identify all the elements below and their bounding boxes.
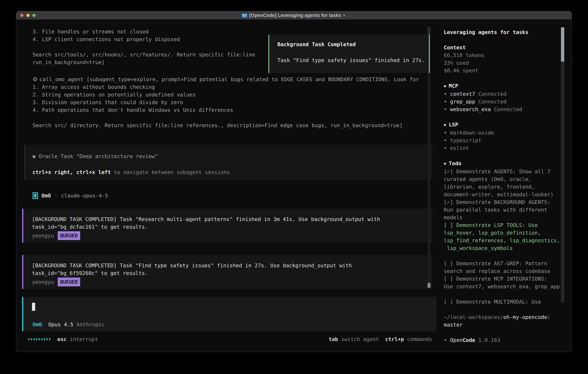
window-title-text: [OpenCode] Leveraging agents for tasks [249,13,341,18]
mcp-status: Connected [475,91,506,97]
task-result-line: task_id="bg_dcfac161" to get results. [32,223,432,231]
workspace-branch: master [444,321,571,329]
context-used: 33% used [444,59,571,67]
context-spent: $0.46 spent [444,67,571,74]
sidebar-scrollbar-track[interactable] [561,27,564,303]
todo-item-done: [✓] Demonstrate AGENTS: Show all 7 curat… [444,168,571,198]
todo-item-pending: [ ] Demonstrate MULTIMODAL: Use [444,298,571,306]
scrollback-line: 3. File handles or streams not closed [32,28,255,35]
separator-dot: · [54,192,58,199]
agent-header: OmO · claude-opus-4-5 [32,192,108,199]
active-agent-label: OmO [32,321,42,328]
tab-key-hint: tab [329,335,338,343]
oracle-hint: ctrl+x right, ctrl+x left to navigate be… [32,168,432,176]
titlebar: [OpenCode] Leveraging agents for tasks ◐ [16,11,571,20]
queued-status-badge: QUEUED [58,231,80,240]
opencode-terminal-window: [OpenCode] Leveraging agents for tasks ◐… [16,11,571,352]
background-task-result[interactable]: [BACKGROUND TASK COMPLETED] Task "Find t… [22,255,432,289]
bullet-icon: • [444,99,447,104]
lsp-name: markdown-oxide [450,130,494,136]
scrollback-line: run_in_background=true] [32,58,255,66]
background-task-toast: Background Task Completed Task "Find typ… [268,35,430,73]
task-result-line: [BACKGROUND TASK COMPLETED] Task "Resear… [32,215,432,223]
terminal-app-icon [242,13,247,18]
mcp-item: •grep_app Connected [444,98,571,105]
lsp-item: •eslint [444,144,571,152]
hint-text: to navigate between subagent sessions [111,169,230,175]
spinner-dots [28,338,50,340]
lsp-section-header[interactable]: ▼LSP [444,121,571,129]
provider-label: Anthropic [76,321,105,328]
text-cursor [32,303,35,311]
mcp-name: context7 [450,91,475,97]
window-title: [OpenCode] Leveraging agents for tasks ◐ [16,13,571,18]
status-right: tab switch agent ctrl+p commands [329,335,432,343]
oracle-task-box[interactable]: ◉ Oracle Task "Deep architecture review"… [24,145,432,180]
session-title: Leveraging agents for tasks [444,28,571,36]
task-user: yeongyu [32,232,54,239]
chevron-down-icon: ▼ [444,123,446,127]
context-tokens: 66,518 tokens [444,51,571,59]
tab-key-label: switch agent [338,335,379,343]
todo-item-pending: [ ] Demonstrate MCP INTEGRATIONS: Use co… [444,275,571,290]
todo-item-done: [✓] Demonstrate BACKGROUND AGENTS: Run p… [444,198,571,221]
mcp-section-header[interactable]: ▼MCP [444,82,571,90]
status-bar: esc interrupt tab switch agent ctrl+p co… [28,335,432,343]
agent-square-icon [32,192,38,199]
lsp-name: eslint [450,145,469,151]
session-busy-icon: ◐ [343,13,346,18]
agent-model: claude-opus-4-5 [61,192,108,199]
opencode-version: •OpenCode 1.0.163 [444,336,571,344]
context-header: Context [444,44,571,51]
bullet-icon: • [444,337,447,343]
lsp-item: •typescript [444,136,571,144]
esc-key-label: interrupt [67,335,98,343]
queued-status-badge: QUEUED [58,278,80,286]
bullet-icon: • [444,91,447,97]
task-result-line: task_id="bg_6f59260c" to get results. [32,269,432,277]
mcp-item: •context7 Connected [444,90,571,98]
mcp-status: Connected [491,106,522,112]
chevron-down-icon: ▼ [444,161,446,166]
todo-item-active: [ ] Demonstrate LSP TOOLS: Use lsp_hover… [444,221,571,252]
mcp-status: Connected [475,99,506,104]
sidebar-scrollbar-thumb[interactable] [561,27,564,62]
prompt-input[interactable]: OmO Opus 4.5 Anthropic [22,297,436,331]
agent-name: OmO [42,192,51,199]
mcp-name: grep_app [450,99,475,104]
task-user: yeongyu [32,278,54,286]
tool-call-text: call_omo_agent [subagent_type=explore, p… [40,76,419,82]
toast-title: Background Task Completed [277,41,429,48]
task-meta-row: yeongyu QUEUED [32,232,432,239]
tool-call-line: 4. Path operations that don't handle Win… [32,106,419,114]
scrollback-line: Search src/tools/, src/hooks/, src/featu… [32,51,255,58]
mcp-name: websearch_exa [450,106,491,112]
bullet-icon: • [444,145,447,151]
gear-icon: ⚙ [32,76,37,83]
commands-key-hint: ctrl+p [385,335,404,343]
oracle-task-title: ◉ Oracle Task "Deep architecture review" [32,152,432,160]
tool-call-line: 2. String operations on potentially unde… [32,91,419,98]
lsp-item: •markdown-oxide [444,129,571,136]
tool-call-header: ⚙call_omo_agent [subagent_type=explore, … [32,75,419,83]
fisheye-icon: ◉ [32,153,36,159]
task-meta-row: yeongyu QUEUED [32,278,432,286]
scrollback-text: 3. File handles or streams not closed 4.… [32,28,255,66]
bullet-icon: • [444,137,447,143]
task-result-line: [BACKGROUND TASK COMPLETED] Task "Find t… [32,262,432,269]
lsp-name: typescript [450,137,482,143]
tool-call-line [32,114,419,122]
desktop: [OpenCode] Leveraging agents for tasks ◐… [0,0,588,374]
esc-key-hint: esc [57,335,67,343]
sidebar: Leveraging agents for tasks Context 66,5… [444,28,571,344]
active-model-label: Opus 4.5 [48,321,73,328]
main-scrollbar-thumb[interactable] [428,283,430,288]
scrollback-line: 4. LSP client connections not properly d… [32,35,255,43]
input-status-row: OmO Opus 4.5 Anthropic [32,321,105,328]
todo-item-pending: [ ] Demonstrate AST-GREP: Pattern search… [444,260,571,275]
todo-section-header[interactable]: ▼Todo [444,159,571,168]
bullet-icon: • [444,130,447,136]
main-scrollbar-top-segment [428,27,430,35]
background-task-result[interactable]: [BACKGROUND TASK COMPLETED] Task "Resear… [22,209,432,243]
scrollback-line [32,43,255,51]
